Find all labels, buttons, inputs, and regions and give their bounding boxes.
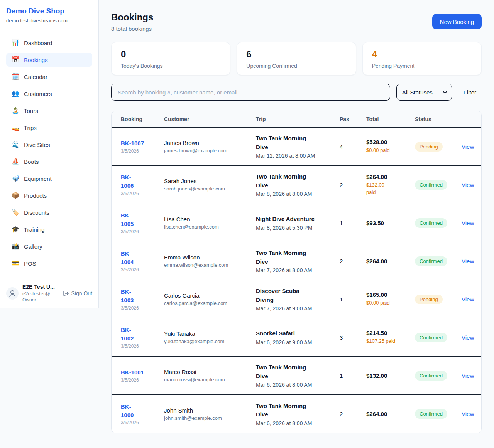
booking-id-link[interactable]: BK- 1003 (121, 288, 164, 305)
view-link[interactable]: View (462, 296, 474, 303)
status-badge: Confirmed (415, 256, 447, 266)
sidebar-item-tours[interactable]: 🏝️ Tours (6, 104, 92, 118)
new-booking-button[interactable]: New Booking (432, 14, 482, 29)
avatar (6, 287, 19, 300)
stat-value: 4 (372, 50, 472, 59)
sidebar-item-pos[interactable]: 💳 POS (6, 256, 92, 270)
calendar-icon: 🗓️ (12, 74, 19, 80)
booking-cell: BK- 1000 3/5/2026 (121, 403, 164, 426)
page-title: Bookings (111, 12, 153, 23)
total-amount: $264.00 (366, 411, 415, 417)
filters-row: All Statuses Filter (111, 84, 482, 101)
search-input[interactable] (111, 84, 390, 101)
user-role: Owner (22, 297, 55, 303)
total-cell: $264.00 (366, 258, 415, 264)
customer-name: Yuki Tanaka (164, 330, 256, 337)
customer-email: lisa.chen@example.com (164, 224, 256, 230)
sidebar-item-trips[interactable]: 🚤 Trips (6, 121, 92, 135)
sidebar-item-label: POS (24, 260, 36, 267)
status-badge: Confirmed (415, 180, 447, 190)
booking-id-link[interactable]: BK- 1004 (121, 249, 164, 266)
trip-name: Two Tank Morning Dive (256, 363, 340, 381)
stats-row: 0 Today's Bookings 6 Upcoming Confirmed … (111, 42, 482, 75)
status-filter-select[interactable]: All Statuses (396, 84, 452, 101)
column-header: Customer (164, 116, 256, 122)
customer-cell: James Brown james.brown@example.com (164, 140, 256, 153)
pax-value: 1 (340, 220, 366, 226)
sidebar-item-bookings[interactable]: 📅 Bookings (6, 53, 92, 67)
pos-card-icon: 💳 (12, 260, 19, 266)
customer-name: Marco Rossi (164, 369, 256, 375)
sidebar-item-label: Trips (24, 125, 37, 131)
view-link[interactable]: View (462, 411, 474, 417)
sidebar-item-boats[interactable]: ⛵ Boats (6, 155, 92, 168)
trip-name: Two Tank Morning Dive (256, 134, 340, 152)
sidebar-item-discounts[interactable]: 🏷️ Discounts (6, 205, 92, 219)
booking-id-link[interactable]: BK-1001 (121, 368, 164, 377)
trips-speedboat-icon: 🚤 (12, 125, 19, 131)
trip-name: Two Tank Morning Dive (256, 249, 340, 266)
stat-label: Today's Bookings (121, 63, 221, 69)
brand-name: Demo Dive Shop (6, 7, 92, 15)
column-header: Pax (340, 116, 366, 122)
sidebar-item-training[interactable]: 🎓 Training (6, 222, 92, 236)
filter-button[interactable]: Filter (458, 89, 482, 96)
view-link[interactable]: View (462, 334, 474, 341)
booking-cell: BK- 1003 3/5/2026 (121, 288, 164, 311)
booking-date: 3/5/2026 (121, 148, 164, 154)
sidebar-item-products[interactable]: 📦 Products (6, 189, 92, 202)
view-link[interactable]: View (462, 143, 474, 150)
view-link[interactable]: View (462, 182, 474, 188)
pax-value: 1 (340, 296, 366, 303)
paid-amount: $0.00 paid (366, 300, 415, 307)
booking-id-link[interactable]: BK- 1000 (121, 403, 164, 419)
customer-cell: Marco Rossi marco.rossi@example.com (164, 369, 256, 382)
view-link[interactable]: View (462, 372, 474, 379)
table-row: BK-1001 3/5/2026 Marco Rossi marco.rossi… (112, 357, 481, 395)
sidebar-nav: 📊 Dashboard 📅 Bookings 🗓️ Calendar 👥 Cus… (0, 30, 98, 270)
booking-id-link[interactable]: BK- 1006 (121, 173, 164, 190)
dive-sites-wave-icon: 🌊 (12, 141, 19, 148)
trip-datetime: Mar 6, 2026 at 9:00 AM (256, 339, 340, 345)
trip-datetime: Mar 7, 2026 at 9:00 AM (256, 305, 340, 312)
total-amount: $93.50 (366, 220, 415, 226)
booking-cell: BK- 1004 3/5/2026 (121, 249, 164, 273)
user-footer: E2E Test U... e2e-tester@... Owner Sign … (0, 278, 98, 308)
table-row: BK- 1002 3/5/2026 Yuki Tanaka yuki.tanak… (112, 318, 481, 357)
page-header: Bookings 8 total bookings New Booking (111, 0, 482, 32)
table-row: BK- 1003 3/5/2026 Carlos Garcia carlos.g… (112, 280, 481, 318)
sidebar-item-label: Dive Sites (24, 141, 50, 148)
booking-id-link[interactable]: BK-1007 (121, 139, 164, 148)
sidebar: Demo Dive Shop demo.test.divestreams.com… (0, 0, 99, 308)
total-cell: $214.50 $107.25 paid (366, 330, 415, 345)
total-amount: $165.00 (366, 291, 415, 298)
stat-label: Upcoming Confirmed (246, 63, 346, 69)
sidebar-item-customers[interactable]: 👥 Customers (6, 87, 92, 101)
booking-date: 3/5/2026 (121, 229, 164, 234)
sidebar-item-gallery[interactable]: 📸 Gallery (6, 239, 92, 253)
status-cell: Pending (415, 295, 462, 304)
stat-value: 0 (121, 50, 221, 59)
training-cap-icon: 🎓 (12, 226, 19, 232)
sidebar-item-dive-sites[interactable]: 🌊 Dive Sites (6, 138, 92, 152)
sidebar-item-label: Boats (24, 158, 39, 165)
booking-id-link[interactable]: BK- 1002 (121, 326, 164, 343)
sign-out-button[interactable]: Sign Out (63, 290, 92, 296)
trip-datetime: Mar 6, 2026 at 8:00 AM (256, 420, 340, 426)
trip-datetime: Mar 7, 2026 at 8:00 AM (256, 267, 340, 273)
booking-id-link[interactable]: BK- 1005 (121, 211, 164, 228)
status-cell: Confirmed (415, 180, 462, 190)
customer-cell: Sarah Jones sarah.jones@example.com (164, 178, 256, 192)
tours-island-icon: 🏝️ (12, 108, 19, 114)
customer-name: Sarah Jones (164, 178, 256, 184)
column-header: Trip (256, 116, 340, 122)
stat-card: 6 Upcoming Confirmed (237, 42, 356, 75)
view-link[interactable]: View (462, 220, 474, 226)
paid-amount: $132.00 paid (366, 182, 415, 195)
total-amount: $264.00 (366, 258, 415, 264)
sidebar-item-equipment[interactable]: 🤿 Equipment (6, 172, 92, 185)
sidebar-item-dashboard[interactable]: 📊 Dashboard (6, 36, 92, 50)
view-link[interactable]: View (462, 258, 474, 264)
total-amount: $264.00 (366, 173, 415, 180)
sidebar-item-calendar[interactable]: 🗓️ Calendar (6, 70, 92, 84)
